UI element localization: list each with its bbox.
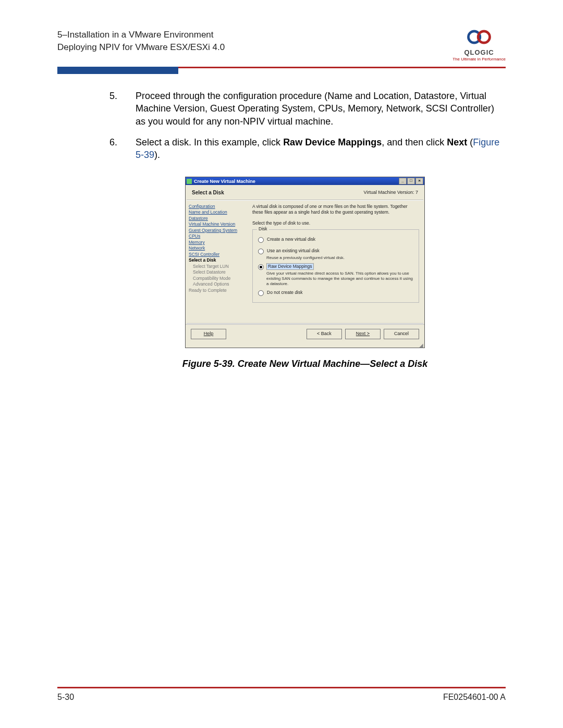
option-no-disk-label: Do not create disk bbox=[267, 290, 303, 295]
nav-configuration[interactable]: Configuration bbox=[189, 204, 247, 209]
step-6-bold2: Next bbox=[447, 137, 467, 147]
dialog-window: Create New Virtual Machine _ □ × Select … bbox=[185, 177, 425, 348]
panel-description: A virtual disk is composed of one or mor… bbox=[252, 204, 419, 215]
option-no-disk[interactable]: Do not create disk bbox=[258, 290, 413, 296]
header-line-2: Deploying NPIV for VMware ESX/ESXi 4.0 bbox=[57, 41, 225, 54]
option-use-existing-sub: Reuse a previously configured virtual di… bbox=[266, 255, 413, 261]
back-button[interactable]: < Back bbox=[307, 329, 342, 339]
radio-icon[interactable] bbox=[258, 249, 264, 254]
option-rdm[interactable]: Raw Device Mappings bbox=[258, 264, 413, 270]
next-button[interactable]: Next > bbox=[345, 329, 381, 339]
vm-version-label: Virtual Machine Version: 7 bbox=[364, 189, 418, 196]
page-number: 5-30 bbox=[57, 693, 74, 702]
wizard-step-title: Select a Disk bbox=[192, 189, 224, 196]
window-title: Create New Virtual Machine bbox=[194, 178, 255, 184]
nav-scsi[interactable]: SCSI Controller bbox=[189, 252, 247, 257]
maximize-button[interactable]: □ bbox=[407, 178, 415, 184]
nav-ready: Ready to Complete bbox=[189, 288, 247, 293]
option-use-existing[interactable]: Use an existing virtual disk bbox=[258, 248, 413, 254]
step-6-pre: Select a disk. In this example, click bbox=[136, 137, 283, 147]
doc-number: FE0254601-00 A bbox=[443, 693, 506, 702]
step-6-number: 6. bbox=[109, 136, 136, 162]
qlogic-logo-icon bbox=[464, 29, 494, 45]
step-6-post2: ). bbox=[154, 150, 160, 160]
nav-memory[interactable]: Memory bbox=[189, 240, 247, 245]
radio-icon[interactable] bbox=[258, 237, 264, 243]
disk-group: Disk Create a new virtual disk Use an ex… bbox=[252, 229, 419, 303]
option-rdm-label: Raw Device Mappings bbox=[267, 264, 313, 269]
nav-select-lun: Select Target LUN bbox=[189, 264, 247, 269]
page-header: 5–Installation in a VMware Environment D… bbox=[57, 29, 225, 54]
window-icon bbox=[187, 179, 192, 184]
nav-cpus[interactable]: CPUs bbox=[189, 233, 247, 239]
group-title: Disk bbox=[257, 226, 269, 232]
nav-select-datastore: Select Datastore bbox=[189, 269, 247, 275]
window-titlebar[interactable]: Create New Virtual Machine _ □ × bbox=[186, 177, 424, 185]
option-create-new-label: Create a new virtual disk bbox=[267, 237, 315, 242]
cancel-button[interactable]: Cancel bbox=[384, 329, 419, 339]
step-5-text: Proceed through the configuration proced… bbox=[136, 90, 500, 128]
resize-grip-icon[interactable]: ◢ bbox=[186, 343, 424, 348]
panel-prompt: Select the type of disk to use. bbox=[252, 220, 419, 226]
close-button[interactable]: × bbox=[415, 178, 423, 184]
option-create-new[interactable]: Create a new virtual disk bbox=[258, 237, 413, 243]
nav-select-disk[interactable]: Select a Disk bbox=[189, 257, 216, 263]
radio-icon[interactable] bbox=[258, 264, 264, 270]
screenshot-figure: Create New Virtual Machine _ □ × Select … bbox=[185, 177, 425, 348]
step-6-mid: , and then click bbox=[382, 137, 447, 147]
nav-network[interactable]: Network bbox=[189, 245, 247, 251]
nav-name-location[interactable]: Name and Location bbox=[189, 209, 247, 215]
nav-compat-mode: Compatibility Mode bbox=[189, 276, 247, 281]
header-line-1: 5–Installation in a VMware Environment bbox=[57, 29, 225, 41]
option-use-existing-label: Use an existing virtual disk bbox=[267, 248, 320, 254]
radio-icon[interactable] bbox=[258, 290, 264, 296]
step-6-text: Select a disk. In this example, click Ra… bbox=[136, 136, 500, 162]
step-5-number: 5. bbox=[109, 90, 136, 128]
help-button[interactable]: Help bbox=[191, 329, 226, 339]
minimize-button[interactable]: _ bbox=[399, 178, 407, 184]
figure-caption: Figure 5-39. Create New Virtual Machine—… bbox=[109, 357, 500, 370]
page-footer: 5-30 FE0254601-00 A bbox=[57, 684, 506, 702]
nav-guest-os[interactable]: Guest Operating System bbox=[189, 228, 247, 233]
nav-advanced: Advanced Options bbox=[189, 281, 247, 287]
logo: QLOGIC The Ultimate in Performance bbox=[452, 29, 506, 61]
logo-tagline: The Ultimate in Performance bbox=[452, 57, 506, 61]
option-rdm-sub: Give your virtual machine direct access … bbox=[266, 271, 413, 287]
step-6-bold1: Raw Device Mappings bbox=[283, 137, 382, 147]
step-6-post1: ( bbox=[467, 137, 473, 147]
nav-datastore[interactable]: Datastore bbox=[189, 216, 247, 221]
logo-name: QLOGIC bbox=[452, 48, 506, 56]
wizard-nav: Configuration Name and Location Datastor… bbox=[186, 201, 250, 323]
nav-vm-version[interactable]: Virtual Machine Version bbox=[189, 221, 247, 227]
